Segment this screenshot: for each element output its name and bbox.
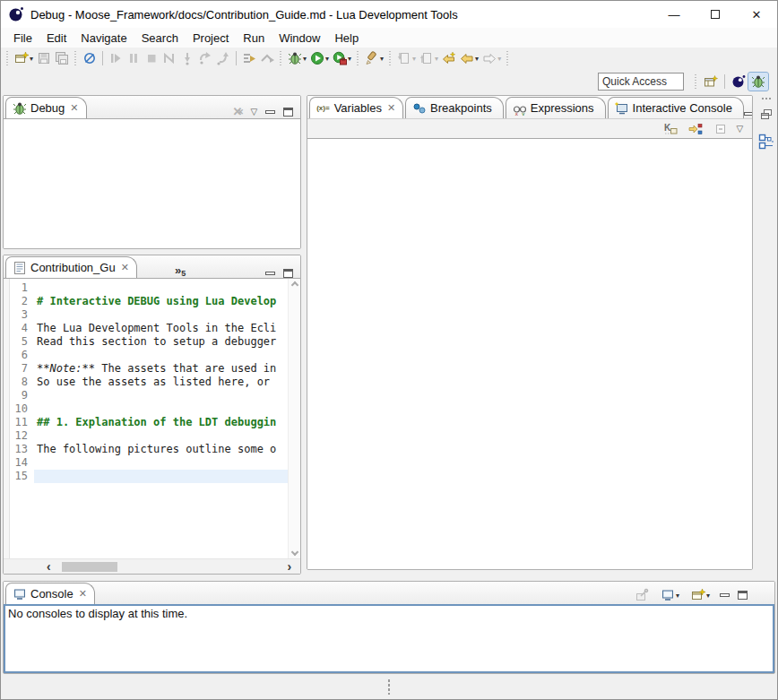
maximize-view-icon[interactable] xyxy=(738,591,748,600)
use-step-filters-button[interactable] xyxy=(240,49,258,67)
run-button[interactable]: ▾ xyxy=(308,49,331,67)
tab-breakpoints[interactable]: Breakpoints xyxy=(405,97,504,118)
display-selected-console-button[interactable]: ▾ xyxy=(659,586,681,604)
close-icon[interactable]: ✕ xyxy=(121,262,129,273)
save-button[interactable] xyxy=(35,49,53,67)
editor-overflow-button[interactable]: » 5 xyxy=(175,264,186,278)
show-logical-structure-button[interactable] xyxy=(687,120,705,138)
minimize-view-icon[interactable] xyxy=(744,112,753,116)
menu-project[interactable]: Project xyxy=(186,30,236,47)
chevron-overflow-icon: » xyxy=(175,264,181,277)
scrollbar-thumb[interactable] xyxy=(62,562,117,572)
open-perspective-button[interactable] xyxy=(701,73,721,91)
debug-button[interactable]: ▾ xyxy=(286,49,308,67)
title-bar: Debug - Moose_Framework/docs/Contributio… xyxy=(1,1,777,28)
scroll-right-icon[interactable]: › xyxy=(284,560,296,574)
next-annotation-button[interactable]: ▾ xyxy=(395,49,418,67)
pin-console-button[interactable] xyxy=(633,586,651,604)
open-console-button[interactable]: ▾ xyxy=(689,586,712,604)
scroll-down-icon[interactable] xyxy=(290,549,298,556)
marker-pen-button[interactable]: ▾ xyxy=(363,49,385,67)
minimize-view-icon[interactable] xyxy=(265,272,275,275)
quick-access-input[interactable] xyxy=(598,73,684,91)
menu-window[interactable]: Window xyxy=(272,30,327,47)
show-type-names-button[interactable]: K xyxy=(661,120,679,138)
tab-contribution-guide[interactable]: Contribution_Gu ✕ xyxy=(5,256,137,278)
window-maximize-button[interactable] xyxy=(695,1,736,28)
console-output[interactable]: No consoles to display at this time. xyxy=(4,604,774,673)
new-wizard-button[interactable]: ▾ xyxy=(13,49,35,67)
toolbar-drag-handle xyxy=(506,51,510,65)
external-tools-dropdown-icon[interactable]: ▾ xyxy=(348,55,351,63)
forward-dropdown-icon[interactable]: ▾ xyxy=(497,55,501,63)
console-select-dropdown-icon[interactable]: ▾ xyxy=(676,592,679,600)
lua-perspective-button[interactable] xyxy=(729,73,748,91)
code-area[interactable]: 1 2# Interactive DEBUG using Lua Develop… xyxy=(10,279,288,558)
forward-button[interactable]: ▾ xyxy=(480,49,503,67)
suspend-button[interactable] xyxy=(125,49,143,67)
save-all-button[interactable] xyxy=(53,49,71,67)
minimize-view-icon[interactable] xyxy=(265,110,275,114)
skip-all-breakpoints-button[interactable] xyxy=(81,49,99,67)
menu-edit[interactable]: Edit xyxy=(39,30,73,47)
editor-horizontal-scrollbar[interactable]: ‹ › xyxy=(4,558,300,574)
new-wizard-dropdown-icon[interactable]: ▾ xyxy=(30,55,33,63)
close-icon[interactable]: ✕ xyxy=(79,588,87,600)
document-icon xyxy=(13,261,27,275)
debug-perspective-button[interactable] xyxy=(748,73,768,91)
last-edit-location-button[interactable] xyxy=(440,49,458,67)
menu-search[interactable]: Search xyxy=(134,30,186,47)
back-button[interactable]: ▾ xyxy=(458,49,480,67)
collapse-all-button[interactable] xyxy=(712,120,730,138)
close-icon[interactable]: ✕ xyxy=(387,102,395,114)
next-annotation-dropdown-icon[interactable]: ▾ xyxy=(412,55,416,63)
resume-button[interactable] xyxy=(107,49,125,67)
previous-annotation-dropdown-icon[interactable]: ▾ xyxy=(435,55,438,63)
perspective-bar xyxy=(1,69,777,93)
tab-console[interactable]: Console ✕ xyxy=(5,583,95,604)
terminate-button[interactable] xyxy=(143,49,160,67)
previous-annotation-button[interactable]: ▾ xyxy=(418,49,440,67)
tab-expressions[interactable]: xy Expressions xyxy=(506,97,606,118)
window-minimize-button[interactable]: — xyxy=(653,1,695,28)
console-tabbar: Console ✕ ▾ ▾ xyxy=(4,582,774,604)
menu-help[interactable]: Help xyxy=(327,30,366,47)
remove-all-terminated-icon[interactable]: ✕✕ xyxy=(233,105,243,118)
scroll-up-icon[interactable] xyxy=(290,281,298,289)
marker-pen-dropdown-icon[interactable]: ▾ xyxy=(380,55,384,63)
window-close-button[interactable]: ✕ xyxy=(736,1,777,28)
variables-view-body xyxy=(307,138,752,569)
run-dropdown-icon[interactable]: ▾ xyxy=(325,55,329,63)
editor-vertical-scrollbar[interactable] xyxy=(288,279,300,558)
scroll-left-icon[interactable]: ‹ xyxy=(43,560,55,574)
close-icon[interactable]: ✕ xyxy=(70,102,78,114)
step-over-button[interactable] xyxy=(196,49,214,67)
maximize-view-icon[interactable] xyxy=(283,108,293,117)
disconnect-button[interactable] xyxy=(160,49,178,67)
maximize-view-icon[interactable] xyxy=(283,269,293,278)
step-into-button[interactable] xyxy=(178,49,196,67)
code-line: 2# Interactive DEBUG using Lua Develop xyxy=(10,295,288,308)
back-dropdown-icon[interactable]: ▾ xyxy=(475,55,479,63)
tab-debug[interactable]: Debug ✕ xyxy=(5,97,87,118)
run-external-tools-button[interactable]: ▾ xyxy=(331,49,353,67)
menu-run[interactable]: Run xyxy=(236,30,272,47)
view-menu-icon[interactable]: ▽ xyxy=(737,124,744,134)
statusbar-drag-handle[interactable] xyxy=(387,678,391,695)
open-console-dropdown-icon[interactable]: ▾ xyxy=(706,592,710,600)
menu-navigate[interactable]: Navigate xyxy=(73,30,134,47)
tab-interactive-console[interactable]: Interactive Console xyxy=(608,97,744,118)
tab-variables[interactable]: (x)= Variables ✕ xyxy=(309,97,403,118)
scrollbar-track[interactable] xyxy=(55,562,284,572)
restart-button[interactable] xyxy=(258,49,276,67)
step-return-button[interactable] xyxy=(214,49,232,67)
debug-dropdown-icon[interactable]: ▾ xyxy=(303,55,307,63)
annotation-ruler xyxy=(4,279,10,558)
restore-views-button[interactable] xyxy=(759,108,774,125)
view-menu-icon[interactable]: ▽ xyxy=(251,107,258,117)
strip-drag-handle[interactable] xyxy=(761,97,772,100)
minimize-view-icon[interactable] xyxy=(720,593,730,597)
menu-file[interactable]: File xyxy=(6,30,39,47)
toolbar-drag-handle xyxy=(694,74,698,89)
outline-view-button[interactable] xyxy=(758,134,774,152)
